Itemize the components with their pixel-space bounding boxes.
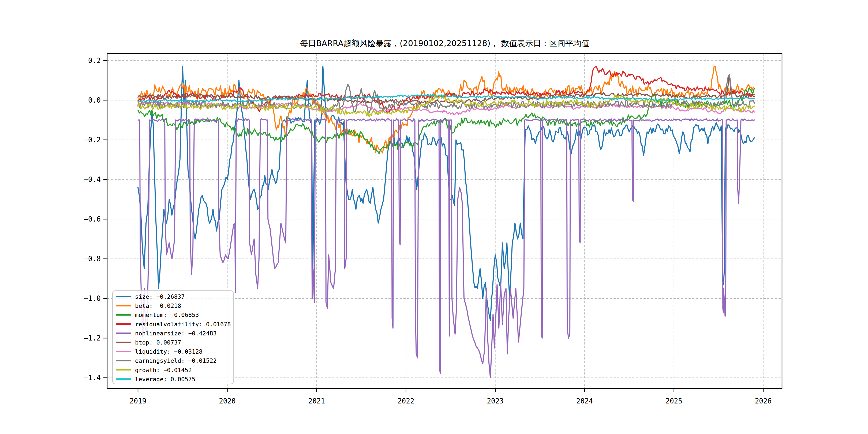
y-tick-label-−0.6: −0.6 bbox=[84, 215, 101, 223]
y-tick-label-0.2: 0.2 bbox=[88, 57, 101, 65]
legend: size: −0.26837beta: −0.0218momentum: −0.… bbox=[113, 291, 234, 384]
y-tick-label-−0.4: −0.4 bbox=[84, 176, 101, 184]
barra-exposure-chart: 每日BARRA超额风险暴露，(20190102,20251128)， 数值表示日… bbox=[0, 0, 868, 434]
y-tick-label-−1.2: −1.2 bbox=[84, 334, 101, 342]
legend-label-growth: growth: −0.01452 bbox=[135, 367, 192, 373]
x-tick-label-2026: 2026 bbox=[755, 397, 772, 405]
legend-label-btop: btop: 0.00737 bbox=[135, 339, 181, 346]
x-tick-label-2019: 2019 bbox=[130, 397, 147, 405]
x-tick-label-2025: 2025 bbox=[665, 397, 682, 405]
legend-label-liquidity: liquidity: −0.03128 bbox=[135, 348, 203, 355]
x-tick-label-2023: 2023 bbox=[487, 397, 504, 405]
legend-label-beta: beta: −0.0218 bbox=[135, 303, 181, 309]
y-tick-label-−0.2: −0.2 bbox=[84, 136, 101, 144]
y-tick-label-−1.0: −1.0 bbox=[84, 294, 101, 303]
y-tick-label-−0.8: −0.8 bbox=[84, 255, 101, 263]
legend-label-leverage: leverage: 0.00575 bbox=[135, 376, 195, 382]
y-tick-label-−1.4: −1.4 bbox=[84, 374, 101, 382]
x-tick-label-2022: 2022 bbox=[398, 397, 414, 405]
y-tick-label-0.0: 0.0 bbox=[88, 96, 101, 104]
x-tick-label-2021: 2021 bbox=[308, 397, 325, 405]
x-tick-label-2024: 2024 bbox=[576, 397, 593, 405]
legend-label-size: size: −0.26837 bbox=[135, 293, 185, 300]
legend-label-momentum: momentum: −0.06853 bbox=[135, 312, 199, 318]
legend-label-earningsyield: earningsyield: −0.01522 bbox=[135, 358, 217, 364]
legend-label-residualvolatility: residualvolatility: 0.01678 bbox=[135, 321, 231, 328]
legend-label-nonlinearsize: nonlinearsize: −0.42483 bbox=[135, 330, 217, 337]
x-tick-label-2020: 2020 bbox=[219, 397, 236, 405]
chart-title: 每日BARRA超额风险暴露，(20190102,20251128)， 数值表示日… bbox=[300, 38, 589, 48]
figure-canvas: 每日BARRA超额风险暴露，(20190102,20251128)， 数值表示日… bbox=[0, 0, 868, 434]
